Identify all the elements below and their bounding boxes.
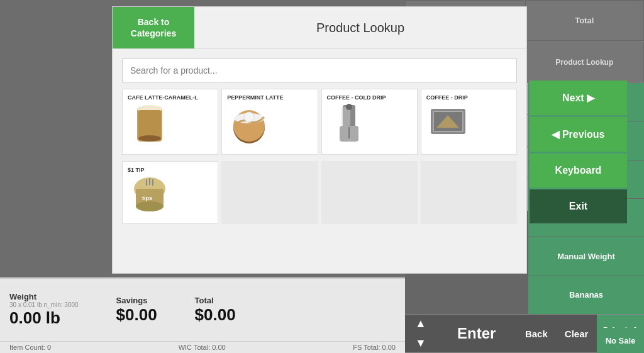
total-value: $0.00 bbox=[195, 305, 236, 325]
back-to-categories-btn[interactable]: Back toCategories bbox=[113, 7, 194, 48]
weight-label: Weight bbox=[9, 292, 79, 301]
empty-cell-1 bbox=[221, 161, 318, 224]
enter-btn[interactable]: Enter bbox=[437, 315, 516, 352]
svg-rect-2 bbox=[138, 110, 161, 138]
keyboard-btn[interactable]: Keyboard bbox=[530, 154, 627, 188]
product-card-latte[interactable]: CAFE LATTE-CARAMEL-L bbox=[122, 89, 218, 155]
next-btn[interactable]: Next ▶ bbox=[530, 81, 627, 115]
bottom-bar: Weight 30 x 0.01 lb n_min: 3000 0.00 lb … bbox=[0, 277, 405, 353]
modal-nav-buttons: Next ▶ ◀ Previous Keyboard Exit bbox=[530, 81, 627, 223]
savings-label: Savings bbox=[116, 296, 157, 305]
svg-point-19 bbox=[136, 201, 164, 211]
modal-header: Back toCategories Product Lookup bbox=[113, 7, 526, 49]
product-grid-row2: $1 TIP tips bbox=[122, 161, 517, 224]
exit-btn[interactable]: Exit bbox=[530, 189, 627, 223]
weight-value: 0.00 lb bbox=[9, 308, 79, 328]
product-name: CAFE LATTE-CARAMEL-L bbox=[128, 94, 213, 101]
peppermint-image bbox=[227, 104, 271, 148]
weight-stat: Weight 30 x 0.01 lb n_min: 3000 0.00 lb bbox=[9, 292, 79, 328]
tip-image: tips bbox=[128, 176, 172, 217]
clear-btn[interactable]: Clear bbox=[557, 315, 596, 352]
bananas-btn[interactable]: Bananas bbox=[528, 276, 644, 314]
down-arrow-btn[interactable]: ▼ bbox=[405, 334, 436, 353]
empty-cell-2 bbox=[321, 161, 418, 224]
cold-drip-image bbox=[327, 104, 371, 148]
product-card-drip[interactable]: COFFEE - DRIP bbox=[421, 89, 517, 155]
modal-body: CAFE LATTE-CARAMEL-L PEPPERMINT LATTE bbox=[113, 49, 526, 273]
product-name: PEPPERMINT LATTE bbox=[227, 94, 312, 101]
total-stat: Total $0.00 bbox=[195, 296, 236, 325]
product-grid: CAFE LATTE-CARAMEL-L PEPPERMINT LATTE bbox=[122, 89, 517, 155]
fs-total: FS Total: 0.00 bbox=[353, 344, 396, 351]
product-name: $1 TIP bbox=[128, 167, 213, 173]
svg-point-3 bbox=[138, 135, 161, 142]
modal: Back toCategories Product Lookup CAFE LA… bbox=[112, 6, 527, 274]
product-name: COFFEE - COLD DRIP bbox=[327, 94, 412, 101]
product-card-cold-drip[interactable]: COFFEE - COLD DRIP bbox=[321, 89, 418, 155]
savings-stat: Savings $0.00 bbox=[116, 296, 157, 325]
savings-value: $0.00 bbox=[116, 305, 157, 325]
svg-point-7 bbox=[244, 112, 254, 122]
total-btn[interactable]: Total bbox=[525, 0, 645, 41]
product-card-tip[interactable]: $1 TIP tips bbox=[122, 161, 218, 224]
product-name: COFFEE - DRIP bbox=[426, 94, 511, 101]
previous-btn[interactable]: ◀ Previous bbox=[530, 117, 627, 152]
svg-text:tips: tips bbox=[142, 195, 152, 201]
wic-total: WIC Total: 0.00 bbox=[179, 344, 226, 351]
latte-image bbox=[128, 104, 172, 148]
product-card-peppermint[interactable]: PEPPERMINT LATTE bbox=[221, 89, 318, 155]
item-count: Item Count: 0 bbox=[9, 344, 51, 351]
total-label: Total bbox=[195, 296, 236, 305]
drip-image bbox=[426, 104, 470, 148]
modal-title: Product Lookup bbox=[194, 7, 526, 48]
search-input[interactable] bbox=[122, 59, 517, 82]
product-lookup-btn[interactable]: Product Lookup bbox=[525, 42, 645, 82]
up-arrow-btn[interactable]: ▲ bbox=[405, 315, 436, 333]
weight-sub: 30 x 0.01 lb n_min: 3000 bbox=[9, 301, 79, 308]
bottom-footer: Item Count: 0 WIC Total: 0.00 FS Total: … bbox=[0, 341, 405, 353]
svg-point-11 bbox=[346, 104, 352, 110]
back-btn[interactable]: Back bbox=[517, 315, 557, 352]
manual-weight-btn[interactable]: Manual Weight bbox=[528, 237, 644, 275]
no-sale-btn[interactable]: No Sale bbox=[597, 328, 644, 353]
empty-cell-3 bbox=[421, 161, 517, 224]
